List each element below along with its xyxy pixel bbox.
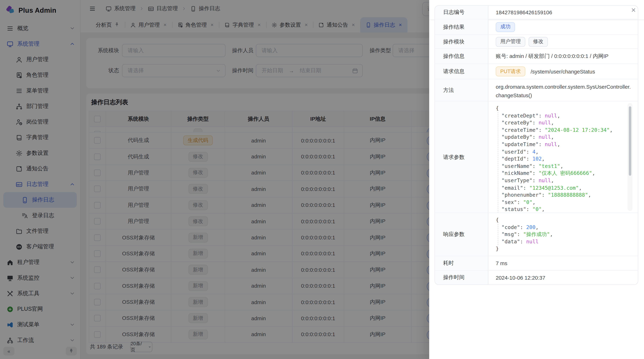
detail-value-cell: 1842781986426159106 (488, 6, 638, 19)
detail-value-cell: PUT请求/system/user/changeStatus (488, 64, 638, 79)
indent-guide (498, 112, 498, 213)
log-detail-drawer: 查看日志 × 日志编号1842781986426159106操作结果成功操作模块… (429, 0, 644, 359)
detail-label: 操作时间 (435, 271, 488, 285)
drawer-detail-table: 日志编号1842781986426159106操作结果成功操作模块用户管理修改操… (434, 5, 638, 285)
detail-row-4: 请求信息PUT请求/system/user/changeStatus (435, 64, 638, 79)
detail-value: 账号: admin / 研发部门 / 0:0:0:0:0:0:0:1 / 内网I… (496, 52, 608, 60)
detail-row-9: 操作时间2024-10-06 12:20:37 (435, 271, 638, 285)
detail-row-3: 操作信息账号: admin / 研发部门 / 0:0:0:0:0:0:0:1 /… (435, 49, 638, 64)
scrollbar-thumb[interactable] (629, 106, 631, 176)
http-method-tag: PUT请求 (496, 66, 525, 76)
app-stage: Plus Admin 概览系统管理用户管理角色管理菜单管理部门管理岗位管理字典管… (0, 0, 644, 359)
request-url: /system/user/changeStatus (530, 68, 595, 74)
detail-row-8: 耗时7 ms (435, 256, 638, 271)
detail-value-cell: 用户管理修改 (488, 35, 638, 48)
detail-value-cell: 2024-10-06 12:20:37 (488, 271, 638, 285)
detail-value: 1842781986426159106 (496, 9, 552, 15)
detail-label: 请求参数 (435, 101, 488, 213)
detail-row-2: 操作模块用户管理修改 (435, 35, 638, 49)
module-tag: 修改 (528, 37, 548, 46)
detail-label: 响应参数 (435, 213, 488, 256)
indent-guide (498, 224, 498, 245)
detail-value: 7 ms (496, 260, 507, 266)
detail-label: 方法 (435, 79, 488, 101)
detail-label: 操作模块 (435, 35, 488, 48)
detail-value-cell: {"createDept": null,"createBy": null,"cr… (488, 101, 638, 213)
detail-value: org.dromara.system.controller.system.Sys… (496, 84, 631, 98)
detail-row-5: 方法org.dromara.system.controller.system.S… (435, 79, 638, 101)
detail-row-1: 操作结果成功 (435, 19, 638, 35)
detail-value-cell: 账号: admin / 研发部门 / 0:0:0:0:0:0:0:1 / 内网I… (488, 49, 638, 64)
detail-label: 操作信息 (435, 49, 488, 64)
detail-label: 请求信息 (435, 64, 488, 79)
detail-label: 耗时 (435, 256, 488, 270)
detail-label: 日志编号 (435, 6, 488, 19)
detail-value: 2024-10-06 12:20:37 (496, 275, 545, 281)
detail-row-7: 响应参数{"code": 200,"msg": "操作成功","data": n… (435, 213, 638, 256)
result-tag: 成功 (496, 22, 515, 32)
detail-value-cell: 7 ms (488, 256, 638, 270)
detail-value-cell: 成功 (488, 19, 638, 34)
detail-value-cell: org.dromara.system.controller.system.Sys… (488, 79, 638, 101)
detail-value-cell: {"code": 200,"msg": "操作成功","data": null} (488, 213, 638, 256)
detail-row-6: 请求参数{"createDept": null,"createBy": null… (435, 101, 638, 213)
detail-row-0: 日志编号1842781986426159106 (435, 6, 638, 19)
detail-label: 操作结果 (435, 19, 488, 34)
module-tag: 用户管理 (496, 37, 525, 46)
